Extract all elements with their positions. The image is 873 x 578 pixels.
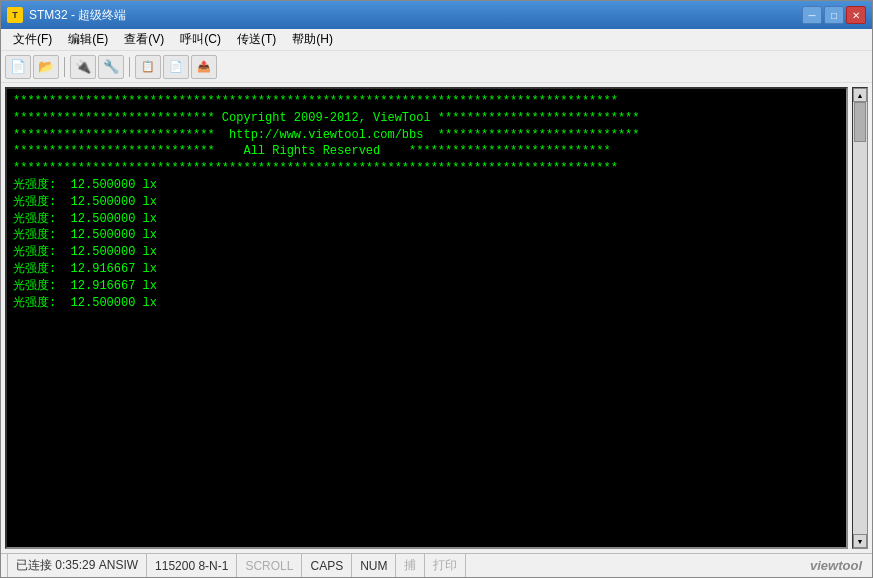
terminal[interactable]: ****************************************… bbox=[5, 87, 848, 549]
menu-transfer[interactable]: 传送(T) bbox=[229, 29, 284, 50]
header-line-1: ****************************************… bbox=[13, 93, 840, 110]
toolbar-open-button[interactable]: 📂 bbox=[33, 55, 59, 79]
window-icon: T bbox=[7, 7, 23, 23]
status-connection: 已连接 0:35:29 ANSIW bbox=[7, 554, 147, 577]
data-line-2: 光强度: 12.500000 lx bbox=[13, 194, 840, 211]
toolbar: 📄 📂 🔌 🔧 📋 📄 📤 bbox=[1, 51, 872, 83]
toolbar-connect-button[interactable]: 🔌 bbox=[70, 55, 96, 79]
copy-icon: 📋 bbox=[141, 60, 155, 73]
viewtool-logo: viewtool bbox=[806, 555, 866, 577]
toolbar-new-button[interactable]: 📄 bbox=[5, 55, 31, 79]
connect-icon: 🔌 bbox=[75, 59, 91, 74]
data-line-4: 光强度: 12.500000 lx bbox=[13, 227, 840, 244]
open-icon: 📂 bbox=[38, 59, 54, 74]
window-title: STM32 - 超级终端 bbox=[29, 7, 802, 24]
header-line-4: **************************** All Rights … bbox=[13, 143, 840, 160]
header-line-3: **************************** http://www.… bbox=[13, 127, 840, 144]
menu-view[interactable]: 查看(V) bbox=[116, 29, 172, 50]
terminal-wrapper: ****************************************… bbox=[1, 83, 872, 553]
scroll-up-button[interactable]: ▲ bbox=[853, 88, 867, 102]
toolbar-properties-button[interactable]: 🔧 bbox=[98, 55, 124, 79]
status-scroll: SCROLL bbox=[237, 554, 302, 577]
header-line-5: ****************************************… bbox=[13, 160, 840, 177]
menu-bar: 文件(F) 编辑(E) 查看(V) 呼叫(C) 传送(T) 帮助(H) bbox=[1, 29, 872, 51]
main-area: ****************************************… bbox=[1, 83, 872, 553]
paste-icon: 📄 bbox=[169, 60, 183, 73]
minimize-button[interactable]: ─ bbox=[802, 6, 822, 24]
terminal-content[interactable]: ****************************************… bbox=[7, 89, 846, 547]
logo-text: viewtool bbox=[810, 558, 862, 573]
status-print: 打印 bbox=[425, 554, 466, 577]
title-bar: T STM32 - 超级终端 ─ □ ✕ bbox=[1, 1, 872, 29]
status-capture: 捕 bbox=[396, 554, 425, 577]
toolbar-copy2-button[interactable]: 📄 bbox=[163, 55, 189, 79]
data-line-6: 光强度: 12.916667 lx bbox=[13, 261, 840, 278]
scroll-down-button[interactable]: ▼ bbox=[853, 534, 867, 548]
properties-icon: 🔧 bbox=[103, 59, 119, 74]
close-button[interactable]: ✕ bbox=[846, 6, 866, 24]
data-line-1: 光强度: 12.500000 lx bbox=[13, 177, 840, 194]
window-controls: ─ □ ✕ bbox=[802, 6, 866, 24]
status-num: NUM bbox=[352, 554, 396, 577]
menu-help[interactable]: 帮助(H) bbox=[284, 29, 341, 50]
menu-edit[interactable]: 编辑(E) bbox=[60, 29, 116, 50]
send-icon: 📤 bbox=[197, 60, 211, 73]
data-line-3: 光强度: 12.500000 lx bbox=[13, 211, 840, 228]
toolbar-copy1-button[interactable]: 📋 bbox=[135, 55, 161, 79]
data-line-7: 光强度: 12.916667 lx bbox=[13, 278, 840, 295]
data-line-8: 光强度: 12.500000 lx bbox=[13, 295, 840, 312]
menu-file[interactable]: 文件(F) bbox=[5, 29, 60, 50]
main-window: T STM32 - 超级终端 ─ □ ✕ 文件(F) 编辑(E) 查看(V) 呼… bbox=[0, 0, 873, 578]
toolbar-sep-2 bbox=[129, 57, 130, 77]
header-line-2: **************************** Copyright 2… bbox=[13, 110, 840, 127]
menu-call[interactable]: 呼叫(C) bbox=[172, 29, 229, 50]
toolbar-send-button[interactable]: 📤 bbox=[191, 55, 217, 79]
status-bar: 已连接 0:35:29 ANSIW 115200 8-N-1 SCROLL CA… bbox=[1, 553, 872, 577]
status-caps: CAPS bbox=[302, 554, 352, 577]
scroll-track[interactable] bbox=[853, 102, 867, 534]
scroll-thumb[interactable] bbox=[854, 102, 866, 142]
status-baud: 115200 8-N-1 bbox=[147, 554, 237, 577]
data-line-5: 光强度: 12.500000 lx bbox=[13, 244, 840, 261]
toolbar-sep-1 bbox=[64, 57, 65, 77]
new-doc-icon: 📄 bbox=[10, 59, 26, 74]
terminal-scrollbar[interactable]: ▲ ▼ bbox=[852, 87, 868, 549]
restore-button[interactable]: □ bbox=[824, 6, 844, 24]
